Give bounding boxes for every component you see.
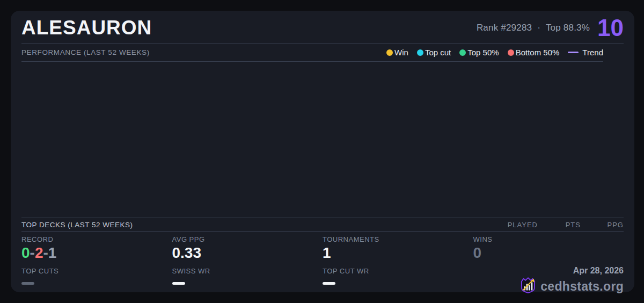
card-footer: Apr 28, 2026 cedhstats.org — [473, 264, 624, 296]
stat-wins: WINS 0 — [473, 235, 624, 264]
stat-top-cut-wr-empty-dash — [323, 282, 335, 285]
legend-label: Top cut — [425, 48, 451, 57]
trend-line-swatch-icon — [568, 52, 579, 53]
stat-tournaments: TOURNAMENTS 1 — [323, 235, 473, 264]
rank-text: Rank #29283 — [477, 23, 532, 33]
card-date: Apr 28, 2026 — [573, 266, 624, 276]
record-segment: 2 — [35, 244, 43, 261]
top-percent-text: Top 88.3% — [546, 23, 590, 33]
legend-item-trend: Trend — [568, 48, 603, 57]
stat-wins-label: WINS — [473, 235, 624, 243]
player-stats-card: ALESAURON Rank #29283 · Top 88.3% 10 PER… — [11, 11, 634, 292]
stat-top-cuts-empty-dash — [21, 282, 34, 285]
record-segment: 1 — [48, 244, 57, 261]
player-name: ALESAURON — [21, 17, 152, 39]
stat-tournaments-value: 1 — [323, 245, 473, 262]
column-played: PLAYED — [495, 221, 538, 229]
legend-dot-icon — [508, 49, 514, 56]
record-segment: - — [43, 244, 48, 261]
column-pts: PTS — [538, 221, 581, 229]
stat-swiss-wr-empty-dash — [172, 282, 185, 285]
legend-item-top-cut: Top cut — [417, 48, 451, 57]
legend-item-win: Win — [386, 48, 408, 57]
legend-label: Bottom 50% — [516, 48, 560, 57]
legend-label: Win — [394, 48, 408, 57]
legend-item-bottom-50-: Bottom 50% — [508, 48, 560, 57]
record-segment: 0 — [21, 244, 30, 261]
brand-name: cedhstats.org — [540, 279, 624, 294]
stat-record-value: 0-2-1 — [21, 245, 172, 262]
performance-chart — [21, 62, 624, 218]
card-header: ALESAURON Rank #29283 · Top 88.3% 10 — [21, 11, 624, 44]
top-decks-header: TOP DECKS (LAST 52 WEEKS) PLAYED PTS PPG — [21, 218, 624, 232]
stat-swiss-wr: SWISS WR — [172, 264, 323, 296]
stat-swiss-wr-label: SWISS WR — [172, 267, 323, 275]
stat-record: RECORD 0-2-1 — [21, 235, 172, 264]
top-decks-title: TOP DECKS (LAST 52 WEEKS) — [21, 221, 133, 229]
top-decks-columns: PLAYED PTS PPG — [495, 221, 624, 229]
stat-top-cuts-label: TOP CUTS — [21, 267, 172, 275]
stat-top-cut-wr-label: TOP CUT WR — [323, 267, 473, 275]
stats-grid: RECORD 0-2-1 AVG PPG 0.33 TOURNAMENTS 1 … — [21, 232, 624, 296]
stat-wins-value: 0 — [473, 245, 624, 262]
performance-section-title: PERFORMANCE (LAST 52 WEEKS) — [21, 48, 150, 56]
legend-item-top-50-: Top 50% — [459, 48, 499, 57]
stat-avg-ppg-label: AVG PPG — [172, 235, 323, 243]
rank-group: Rank #29283 · Top 88.3% 10 — [477, 16, 624, 40]
points-score: 10 — [597, 16, 624, 40]
legend-dot-icon — [386, 49, 393, 56]
stat-avg-ppg: AVG PPG 0.33 — [172, 235, 323, 264]
rank-separator: · — [537, 23, 540, 33]
legend-dot-icon — [459, 49, 466, 56]
legend-label: Top 50% — [467, 48, 499, 57]
column-ppg: PPG — [581, 221, 624, 229]
chart-legend: WinTop cutTop 50%Bottom 50%Trend — [386, 48, 603, 57]
brand-row: cedhstats.org — [520, 277, 624, 296]
legend-label: Trend — [582, 48, 603, 57]
record-segment: - — [30, 244, 35, 261]
stat-top-cut-wr: TOP CUT WR — [323, 264, 473, 296]
crown-barchart-arrow-icon — [520, 277, 536, 296]
stat-top-cuts: TOP CUTS — [21, 264, 172, 296]
stat-record-label: RECORD — [21, 235, 172, 243]
performance-section-header: PERFORMANCE (LAST 52 WEEKS) WinTop cutTo… — [21, 44, 603, 62]
stat-avg-ppg-value: 0.33 — [172, 245, 323, 262]
legend-dot-icon — [417, 49, 423, 56]
stat-tournaments-label: TOURNAMENTS — [323, 235, 473, 243]
